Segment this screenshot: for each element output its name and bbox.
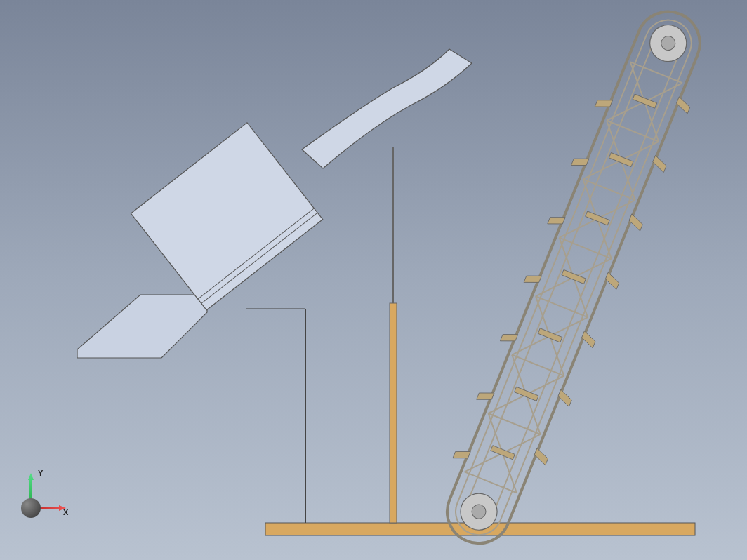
support-post-thick: [390, 303, 397, 523]
cad-viewport[interactable]: Y X: [0, 0, 747, 560]
axis-x-label: X: [63, 508, 68, 516]
svg-marker-41: [548, 212, 565, 229]
svg-marker-43: [500, 329, 517, 346]
axis-y-label: Y: [38, 469, 43, 477]
svg-marker-40: [571, 154, 589, 171]
svg-marker-45: [453, 446, 470, 463]
svg-rect-0: [131, 123, 322, 310]
hopper-assembly: [77, 49, 472, 358]
svg-marker-44: [477, 388, 494, 405]
cad-model-svg: [0, 0, 747, 560]
svg-marker-39: [595, 95, 612, 112]
conveyor-assembly: [426, 0, 721, 557]
svg-marker-42: [524, 271, 541, 288]
axis-origin-icon: [21, 498, 41, 518]
axis-triad: Y X: [21, 462, 77, 518]
